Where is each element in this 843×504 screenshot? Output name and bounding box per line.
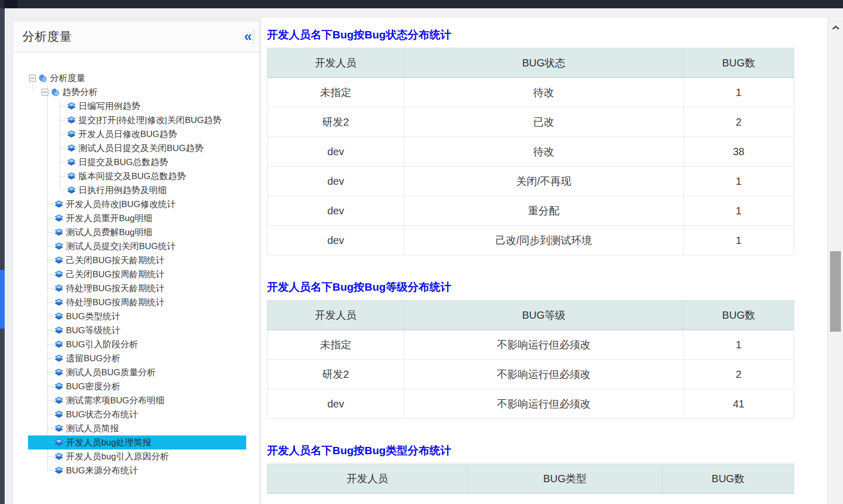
table-cell: 待改 [404,78,683,107]
tree-item[interactable]: 测试人员BUG质量分析 [13,365,259,379]
section-title: 开发人员名下Bug按Bug类型分布统计 [267,444,807,457]
rail-active-indicator [0,270,5,329]
tree-connector [47,414,53,415]
tree-item-label: BUG引入阶段分析 [66,338,138,350]
tree-connector [60,190,66,190]
metric-diamond-icon [55,425,63,432]
table-cell: 已改 [404,107,683,137]
tree-item-label: 日编写用例趋势 [78,100,140,112]
metric-diamond-icon [55,467,63,474]
scrollbar-thumb[interactable] [830,251,841,332]
metric-diamond-icon [55,411,63,418]
tree-item-label: 测试需求项BUG分布明细 [66,394,165,406]
panel-splitter-handle[interactable] [252,30,255,45]
metric-diamond-icon [55,298,63,306]
collapse-node-icon[interactable] [42,89,48,96]
metric-diamond-icon [67,186,76,194]
tree-item[interactable]: 测试人员费解Bug明细 [13,225,259,239]
vertical-scrollbar[interactable] [827,18,843,504]
tree-connector [47,344,53,345]
report-section: 开发人员名下Bug按Bug状态分布统计 开发人员BUG状态BUG数 未指定待改1… [267,28,807,255]
tree-item[interactable]: 分析度量 [13,71,259,85]
tree-item[interactable]: 日执行用例趋势及明细 [13,183,259,197]
tree-connector [47,288,53,289]
tree-item[interactable]: 开发人员日修改BUG趋势 [13,127,259,141]
table-row: 研发2已改2 [267,107,794,137]
left-rail [0,8,5,504]
tree-connector [47,372,53,373]
tree-item[interactable]: 开发人员重开Bug明细 [13,211,259,225]
tree-item[interactable]: 开发人员bug引入原因分析 [13,449,259,464]
collapse-sidebar-icon[interactable]: « [244,30,252,44]
metric-diamond-icon [55,326,63,334]
tree-connector [47,456,53,457]
tree-item-label: 遗留BUG分析 [66,352,121,364]
tree-item[interactable]: BUG引入阶段分析 [13,337,259,351]
scroll-up-icon[interactable] [828,22,843,33]
tree-connector [47,246,53,247]
metric-diamond-icon [55,397,63,404]
tree-item[interactable]: BUG类型统计 [13,309,259,323]
tree-item[interactable]: 待处理BUG按天龄期统计 [13,281,259,295]
tree-item[interactable]: 待处理BUG按周龄期统计 [13,295,259,309]
tree-item-label: 开发人员待改|BUG修改统计 [66,198,176,210]
tree-item[interactable]: 遗留BUG分析 [13,351,259,365]
metric-diamond-icon [55,369,63,376]
tree-connector [47,274,53,275]
tree-item[interactable]: 己关闭BUG按周龄期统计 [13,267,259,281]
sidebar-header: 分析度量 « [13,21,259,52]
metric-diamond-icon [67,102,76,110]
tree-item[interactable]: 测试人员提交|关闭BUG统计 [13,239,259,253]
tree-item[interactable]: BUG来源分布统计 [13,464,259,478]
tree-item[interactable]: 日编写用例趋势 [13,99,259,113]
table-cell: 研发2 [267,360,405,389]
table-header-row: 开发人员BUG等级BUG数 [267,301,794,330]
tree-item[interactable]: 开发人员bug处理简报 [28,435,246,449]
column-header: 开发人员 [267,464,467,494]
tree-connector [47,204,53,205]
tree-item[interactable]: 开发人员待改|BUG修改统计 [13,197,259,211]
table-row: dev己改/同步到测试环境1 [267,226,794,255]
metric-diamond-icon [55,242,63,250]
tree-item[interactable]: 己关闭BUG按天龄期统计 [13,253,259,267]
tree-item[interactable]: BUG密度分析 [13,379,259,393]
tree-connector [47,218,53,219]
column-header: BUG数 [684,48,794,78]
column-header: 开发人员 [267,48,405,78]
report-content: 开发人员名下Bug按Bug状态分布统计 开发人员BUG状态BUG数 未指定待改1… [267,18,807,494]
column-header: BUG状态 [404,48,683,78]
stats-table: 开发人员BUG状态BUG数 未指定待改1研发2已改2dev待改38dev关闭/不… [267,48,794,255]
column-header: BUG类型 [467,464,662,494]
tree-item-label: 测试人员简报 [66,423,119,434]
metric-diamond-icon [55,439,63,446]
tree-item[interactable]: BUG等级统计 [13,323,259,337]
tree-connector [60,106,66,106]
collapse-node-icon[interactable] [29,75,36,81]
tree-item[interactable]: BUG状态分布统计 [13,407,259,421]
metrics-sidebar: 分析度量 « 分析度量 趋势分析 [12,21,260,504]
table-cell: dev [267,226,405,255]
tree-item[interactable]: 趋势分析 [13,85,259,99]
tree-item[interactable]: 日提交及BUG总数趋势 [13,155,259,169]
stats-table: 开发人员BUG类型BUG数 [267,464,794,494]
stats-table: 开发人员BUG等级BUG数 未指定不影响运行但必须改1研发2不影响运行但必须改2… [267,300,794,419]
table-cell: 38 [684,137,794,167]
table-cell: 2 [684,360,794,389]
column-header: 开发人员 [267,301,405,330]
metric-diamond-icon [55,256,63,264]
tree-connector [60,120,66,120]
tree-connector [60,176,66,176]
tree-item[interactable]: 测试需求项BUG分布明细 [13,393,259,407]
tree-item[interactable]: 测试人员简报 [13,421,259,435]
tree-item[interactable]: 测试人员日提交及关闭BUG趋势 [13,141,259,155]
report-section: 开发人员名下Bug按Bug类型分布统计 开发人员BUG类型BUG数 [267,444,807,494]
tree-item[interactable]: 提交|打开|待处理|修改|关闭BUG趋势 [13,113,259,127]
tree-item-label: BUG密度分析 [66,380,121,392]
tree-connector [47,400,53,401]
tree-item-label: 开发人员日修改BUG趋势 [78,128,177,140]
table-cell: 待改 [404,137,683,167]
tree-item[interactable]: 版本间提交及BUG总数趋势 [13,169,259,183]
tree-item-label: 开发人员重开Bug明细 [66,212,152,224]
tree-connector [60,134,66,134]
tree-item-label: 趋势分析 [62,86,98,98]
